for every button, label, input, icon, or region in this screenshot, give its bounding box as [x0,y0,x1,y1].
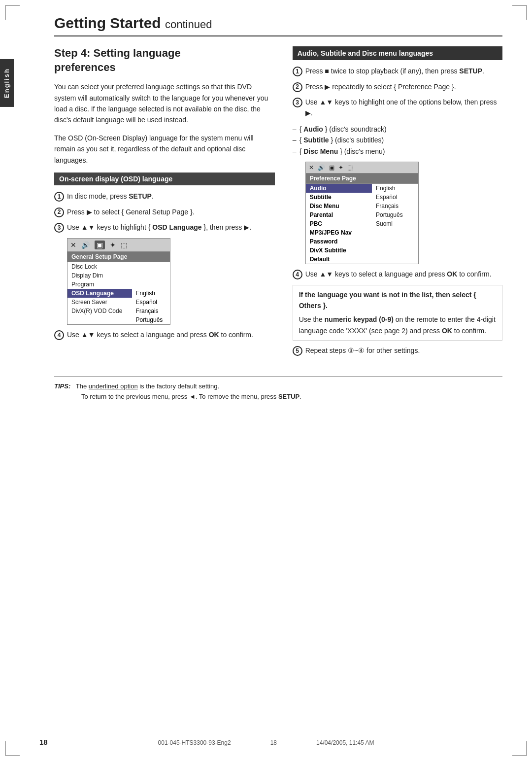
osd-step-3: 3 Use ▲▼ keys to highlight { OSD Languag… [54,222,275,233]
pref-icon-door: ⬚ [347,164,353,171]
pref-row-default: Default [306,255,418,264]
audio-step5-list: 5 Repeat steps ③~④ for other settings. [293,346,502,356]
icon-door: ⬚ [121,241,127,249]
pref-row-mp3: MP3/JPEG Nav [306,228,418,237]
pref-cell-parental: Parental [306,210,372,219]
tips-label: TIPS: [54,382,70,390]
pref-row-subtitle: Subtitle Español [306,193,418,202]
bullet-disc-menu: { Disc Menu } (disc's menu) [293,146,502,157]
osd-step4-list: 4 Use ▲▼ keys to select a language and p… [54,330,275,341]
pref-cell-audio: Audio [306,184,372,193]
special-heading: If the language you want is not in the l… [299,289,496,311]
pref-row-disc-menu: Disc Menu Français [306,202,418,210]
special-body: Use the numeric keypad (0-9) on the remo… [299,314,496,336]
pref-cell-pbc: PBC [306,219,372,228]
cell-divx-vod: DivX(R) VOD Code [67,307,132,315]
osd-step-1-text: In disc mode, press SETUP. [67,191,154,202]
osd-step-2-text: Press ▶ to select { General Setup Page }… [67,207,194,218]
cell-portugues: Português [132,315,170,324]
osd-step-2: 2 Press ▶ to select { General Setup Page… [54,207,275,218]
table-row: DivX(R) VOD Code Français [67,307,170,315]
table-row: Português [67,315,170,324]
pref-row-pbc: PBC Suomi [306,219,418,228]
pref-cell-mp3: MP3/JPEG Nav [306,228,372,237]
audio-step-2: 2 Press ▶ repeatedly to select { Prefere… [293,82,502,93]
osd-step-4-text: Use ▲▼ keys to select a language and pre… [67,330,253,341]
table-row: Disc Lock [67,262,170,271]
osd-step-3-text: Use ▲▼ keys to highlight { OSD Language … [67,222,251,233]
audio-step-4-text: Use ▲▼ keys to select a language and pre… [305,269,492,280]
pref-icons-bar: ✕ 🔊 ▣ ✦ ⬚ [306,162,418,173]
audio-step-3-text: Use ▲▼ keys to highlight one of the opti… [305,97,502,118]
bullet-audio: { Audio } (disc's soundtrack) [293,124,502,135]
pref-table: Audio English Subtitle Español Disc Menu… [306,184,418,264]
step-num-3: 3 [54,223,64,233]
audio-step-5-text: Repeat steps ③~④ for other settings. [305,346,420,356]
pref-row-audio: Audio English [306,184,418,193]
cell-empty [67,315,132,324]
audio-step-3: 3 Use ▲▼ keys to highlight one of the op… [293,97,502,118]
pref-cell-disc-menu: Disc Menu [306,202,372,210]
special-box: If the language you want is not in the l… [293,285,502,341]
footer-date: 14/04/2005, 11:45 AM [316,739,374,746]
intro-para-1: You can select your preferred language s… [54,81,275,126]
osd-steps-list: 1 In disc mode, press SETUP. 2 Press ▶ t… [54,191,275,233]
pref-row-parental: Parental Português [306,210,418,219]
pref-icon-x: ✕ [309,164,314,171]
pref-screenshot: ✕ 🔊 ▣ ✦ ⬚ Preference Page Audio English … [305,162,419,264]
audio-step-num-4: 4 [293,270,302,279]
pref-cell-espanol: Español [372,193,418,202]
pref-row-divx-subtitle: DivX Subtitle [306,246,418,255]
pref-screenshot-label: Preference Page [306,173,418,184]
title-continued: continued [165,18,212,31]
osd-section-bar: On-screen display (OSD) language [54,173,275,185]
pref-row-password: Password [306,237,418,246]
right-column: Audio, Subtitle and Disc menu languages … [293,46,502,361]
audio-step-num-1: 1 [293,67,302,76]
icon-star: ✦ [110,241,116,249]
screenshot-icons-bar: ✕ 🔊 ▣ ✦ ⬚ [67,239,170,252]
pref-icon-speaker: 🔊 [318,164,325,171]
audio-step-num-3: 3 [293,98,302,107]
left-column: Step 4: Setting language preferences You… [54,46,275,361]
pref-cell-portugues: Português [372,210,418,219]
step-num-2: 2 [54,208,64,217]
audio-step4-list: 4 Use ▲▼ keys to select a language and p… [293,269,502,280]
table-row: Program [67,280,170,289]
pref-cell-subtitle: Subtitle [306,193,372,202]
step-heading: Step 4: Setting language preferences [54,46,275,74]
audio-steps-list: 1 Press ■ twice to stop playback (if any… [293,66,502,119]
cell-osd-language: OSD Language [67,289,132,298]
icon-x: ✕ [70,241,76,249]
table-row-highlighted: OSD Language English [67,289,170,298]
audio-step-num-2: 2 [293,82,302,92]
title-text: Getting Started [54,15,161,31]
step-num-1: 1 [54,192,64,202]
bullet-subtitle: { Subtitle } (disc's subtitles) [293,135,502,145]
intro-para-2: The OSD (On-Screen Display) language for… [54,133,275,166]
tips-line2: To return to the previous menu, press ◄.… [54,393,301,400]
pref-cell-password: Password [306,237,372,246]
pref-cell-default: Default [306,255,372,264]
pref-cell-english: English [372,184,418,193]
footer-page: 18 [270,739,277,746]
cell-english: English [132,289,170,298]
page-number: 18 [39,738,48,746]
screenshot-table: Disc Lock Display Dim Program OSD Langua… [67,262,170,324]
cell-disc-lock: Disc Lock [67,262,132,271]
audio-step-2-text: Press ▶ repeatedly to select { Preferenc… [305,82,456,93]
table-row: Screen Saver Español [67,298,170,307]
footer-info: 001-045-HTS3300-93-Eng2 18 14/04/2005, 1… [158,739,374,746]
audio-step-5: 5 Repeat steps ③~④ for other settings. [293,346,502,356]
audio-step-num-5: 5 [293,346,302,356]
pref-cell-suomi: Suomi [372,219,418,228]
osd-screenshot: ✕ 🔊 ▣ ✦ ⬚ General Setup Page Disc Lock D… [67,238,170,325]
cell-francais: Français [132,307,170,315]
table-row: Display Dim [67,271,170,280]
tips-line1: The underlined option is the factory def… [76,382,219,390]
osd-step-1: 1 In disc mode, press SETUP. [54,191,275,202]
cell-display-dim: Display Dim [67,271,132,280]
icon-speaker: 🔊 [81,241,90,249]
page-title: Getting Started continued [54,15,502,36]
audio-section-bar: Audio, Subtitle and Disc menu languages [293,46,502,60]
